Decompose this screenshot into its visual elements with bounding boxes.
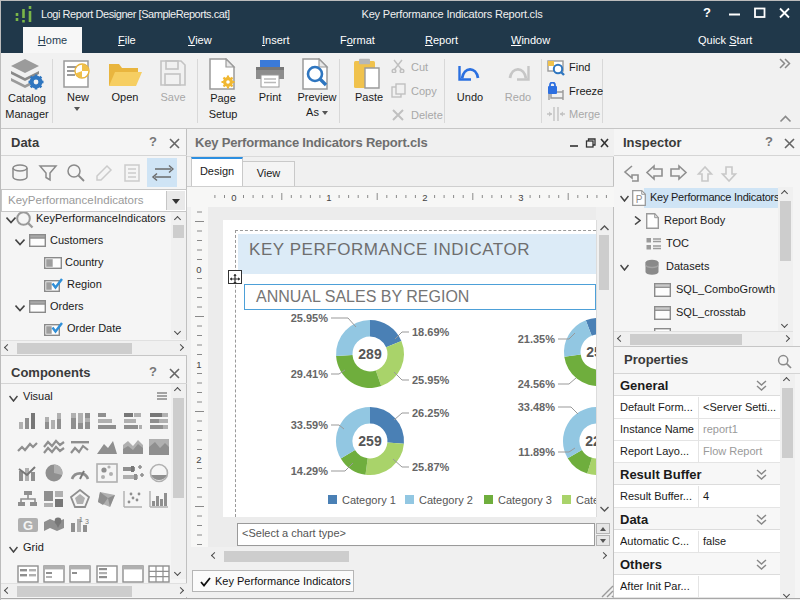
svg-text:18.69%: 18.69% xyxy=(412,326,450,338)
svg-text:0: 0 xyxy=(231,192,236,203)
svg-text:Category 4: Category 4 xyxy=(576,494,596,506)
svg-text:33.48%: 33.48% xyxy=(518,401,556,413)
svg-text:3: 3 xyxy=(85,518,89,525)
svg-text:Category 3: Category 3 xyxy=(498,494,552,506)
svg-text:2: 2 xyxy=(422,192,427,203)
svg-text:29.41%: 29.41% xyxy=(291,368,329,380)
svg-text:25.87%: 25.87% xyxy=(412,461,450,473)
svg-text:Category 2: Category 2 xyxy=(419,494,473,506)
svg-text:289: 289 xyxy=(358,346,382,362)
svg-text:11.89%: 11.89% xyxy=(518,446,555,458)
svg-text:25.95%: 25.95% xyxy=(412,374,450,386)
svg-text:33.59%: 33.59% xyxy=(291,419,329,431)
svg-text:Category 1: Category 1 xyxy=(342,494,396,506)
svg-text:24.56%: 24.56% xyxy=(518,378,556,390)
svg-text:25.95%: 25.95% xyxy=(291,312,329,324)
svg-text:1: 1 xyxy=(79,516,83,523)
svg-text:1: 1 xyxy=(196,359,201,370)
svg-text:250: 250 xyxy=(586,344,596,360)
svg-text:P: P xyxy=(636,194,643,205)
svg-text:21.35%: 21.35% xyxy=(518,333,556,345)
svg-text:225: 225 xyxy=(585,433,596,449)
svg-text:259: 259 xyxy=(358,433,382,449)
svg-text:14.29%: 14.29% xyxy=(291,465,329,477)
svg-text:2: 2 xyxy=(196,454,201,465)
svg-text:G: G xyxy=(23,518,33,533)
svg-text:3: 3 xyxy=(518,192,523,203)
svg-text:0: 0 xyxy=(196,264,201,275)
svg-text:1: 1 xyxy=(326,192,331,203)
svg-text:26.25%: 26.25% xyxy=(412,407,450,419)
